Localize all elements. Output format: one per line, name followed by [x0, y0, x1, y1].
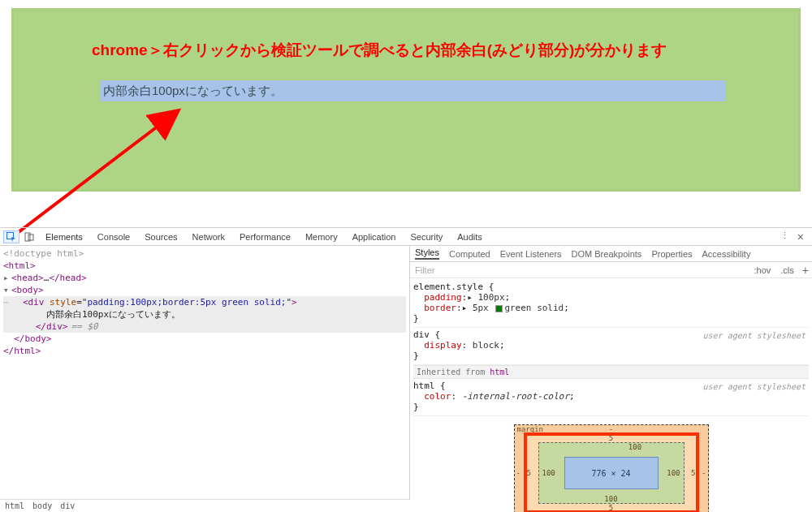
expand-icon[interactable] [3, 273, 11, 283]
svg-rect-3 [28, 234, 33, 240]
selected-dom-node[interactable]: ⋯ <div style="padding:100px;border:5px g… [3, 296, 406, 333]
tab-sources[interactable]: Sources [138, 228, 184, 246]
expand-shorthand-icon[interactable]: ▸ [467, 292, 473, 303]
ua-stylesheet-label: user agent stylesheet [703, 331, 806, 340]
annotation-text: chrome＞右クリックから検証ツールで調べると内部余白(みどり部分)が分かりま… [92, 40, 667, 61]
subtab-styles[interactable]: Styles [415, 247, 439, 260]
rule-element-style[interactable]: element.style { padding:▸ 100px; border:… [413, 280, 809, 328]
rule-div[interactable]: user agent stylesheet div { display: blo… [413, 328, 809, 365]
box-model-content: 776 × 24 [564, 457, 659, 489]
tab-application[interactable]: Application [346, 228, 403, 246]
breadcrumb[interactable]: html body div [0, 499, 410, 512]
ua-stylesheet-label: user agent stylesheet [703, 382, 806, 391]
page-preview: chrome＞右クリックから検証ツールで調べると内部余白(みどり部分)が分かりま… [11, 8, 801, 191]
html-open: <html> [3, 260, 36, 271]
subtab-dom-breakpoints[interactable]: DOM Breakpoints [572, 249, 642, 259]
tab-elements[interactable]: Elements [39, 228, 89, 246]
devtools-panel: Elements Console Sources Network Perform… [0, 227, 812, 512]
crumb-html[interactable]: html [5, 501, 24, 510]
html-close: </html> [3, 346, 41, 356]
tab-audits[interactable]: Audits [451, 228, 489, 246]
styles-rules: element.style { padding:▸ 100px; border:… [410, 278, 812, 512]
box-model-diagram[interactable]: margin - - - - border 5 5 5 5 paddin [514, 424, 709, 512]
expand-shorthand-icon[interactable]: ▸ [462, 303, 468, 313]
device-toolbar-icon[interactable] [21, 230, 37, 243]
rule-html[interactable]: user agent stylesheet html { color: -int… [413, 379, 809, 416]
elements-dom-tree[interactable]: <!doctype html> <html> <head>…</head> <b… [0, 246, 410, 512]
subtab-event-listeners[interactable]: Event Listeners [500, 249, 562, 259]
tab-console[interactable]: Console [91, 228, 136, 246]
styles-subtabs: Styles Computed Event Listeners DOM Brea… [410, 246, 812, 262]
subtab-properties[interactable]: Properties [651, 249, 692, 259]
doctype: <!doctype html> [3, 248, 84, 259]
crumb-div[interactable]: div [60, 501, 75, 510]
hov-toggle[interactable]: :hov [749, 265, 776, 275]
kebab-menu-icon[interactable] [780, 230, 789, 243]
tab-performance[interactable]: Performance [233, 228, 297, 246]
crumb-body[interactable]: body [32, 501, 52, 510]
selected-element-highlight: 内部余白100pxになっています。 [100, 80, 725, 101]
expand-icon[interactable] [3, 285, 11, 295]
highlighted-text: 内部余白100pxになっています。 [103, 84, 283, 99]
inherited-from-separator: Inherited from html [413, 365, 809, 379]
devtools-toolbar: Elements Console Sources Network Perform… [0, 228, 812, 246]
tab-network[interactable]: Network [186, 228, 231, 246]
head-tag[interactable]: <head> [11, 273, 44, 283]
close-icon[interactable] [797, 230, 804, 243]
body-close: </body> [14, 333, 51, 344]
new-style-rule-icon[interactable] [799, 264, 812, 277]
cls-toggle[interactable]: .cls [775, 265, 799, 275]
color-swatch-icon[interactable] [495, 305, 503, 312]
inspect-element-icon[interactable] [3, 230, 19, 243]
devtools-split: <!doctype html> <html> <head>…</head> <b… [0, 246, 812, 512]
styles-filter-input[interactable]: Filter [410, 265, 749, 275]
subtab-accessibility[interactable]: Accessibility [702, 249, 751, 259]
styles-pane: Styles Computed Event Listeners DOM Brea… [410, 246, 812, 512]
styles-filter-row: Filter :hov .cls [410, 262, 812, 278]
subtab-computed[interactable]: Computed [449, 249, 490, 259]
tab-security[interactable]: Security [404, 228, 449, 246]
body-open[interactable]: <body> [11, 285, 44, 295]
tab-memory[interactable]: Memory [299, 228, 344, 246]
